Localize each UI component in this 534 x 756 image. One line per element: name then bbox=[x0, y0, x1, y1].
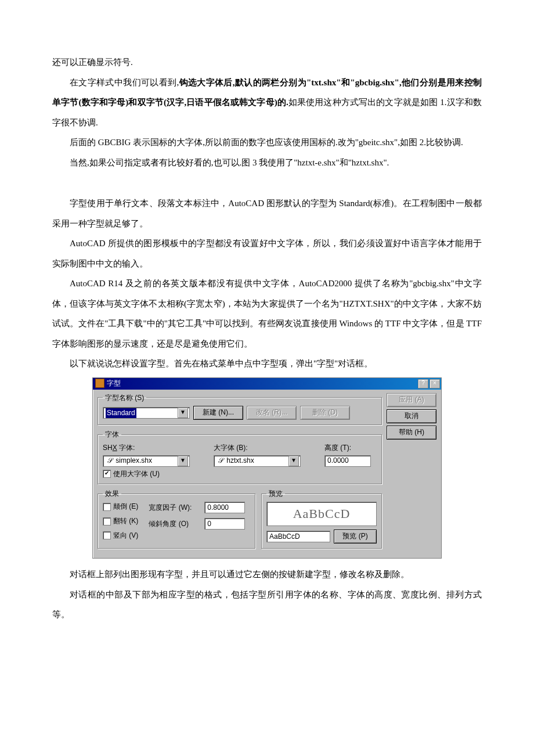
paragraph: 对话框的中部及下部为相应字型的格式，包括字型所引用字体的名称、字体的高度、宽度比… bbox=[52, 585, 482, 625]
font-style-dialog: 字型 ? × 字型名称 (S) Standard ▼ 新建 (N)... bbox=[92, 377, 442, 559]
paragraph: AutoCAD 所提供的图形模板中的字型都没有设置好中文字体，所以，我们必须设置… bbox=[52, 233, 482, 273]
use-big-font-checkbox[interactable]: ✔ 使用大字体 (U) bbox=[103, 469, 205, 479]
width-factor-label: 宽度因子 (W): bbox=[149, 503, 201, 513]
combo-value: Standard bbox=[106, 408, 136, 418]
group-legend: 预览 bbox=[266, 489, 285, 499]
upside-down-checkbox[interactable]: 颠倒 (E) bbox=[103, 502, 138, 512]
group-legend: 效果 bbox=[103, 489, 121, 499]
group-style-name: 字型名称 (S) Standard ▼ 新建 (N)... 改名 (R)... … bbox=[98, 393, 382, 426]
big-font-combo[interactable]: 𝒮 hztxt.shx ▼ bbox=[214, 455, 301, 467]
combo-value: 𝒮 simplex.shx bbox=[106, 456, 152, 466]
app-icon bbox=[95, 379, 104, 388]
oblique-angle-label: 倾斜角度 (O) bbox=[149, 519, 201, 529]
text-run: 在文字样式中我们可以看到, bbox=[70, 78, 179, 87]
close-sysbutton[interactable]: × bbox=[430, 379, 440, 388]
height-input[interactable]: 0.0000 bbox=[324, 455, 371, 467]
new-button[interactable]: 新建 (N)... bbox=[193, 406, 243, 420]
rename-button[interactable]: 改名 (R)... bbox=[247, 406, 297, 420]
checkbox-label: 使用大字体 (U) bbox=[113, 469, 160, 479]
style-name-combo[interactable]: Standard ▼ bbox=[103, 407, 190, 419]
input-value: 0.0000 bbox=[327, 456, 349, 466]
paragraph: 对话框上部列出图形现有字型，并且可以通过它左侧的按键新建字型，修改名称及删除。 bbox=[52, 564, 482, 585]
checkbox-box bbox=[103, 531, 111, 539]
combo-value: 𝒮 hztxt.shx bbox=[217, 456, 254, 466]
apply-button[interactable]: 应用 (A) bbox=[387, 393, 436, 407]
group-font: 字体 SHX 字体: 𝒮 simplex.shx ▼ ✔ bbox=[98, 430, 382, 484]
help-sysbutton[interactable]: ? bbox=[418, 379, 428, 388]
paragraph: 还可以正确显示符号. bbox=[52, 52, 482, 73]
backwards-checkbox[interactable]: 翻转 (K) bbox=[103, 516, 138, 526]
preview-button[interactable]: 预览 (P) bbox=[334, 530, 377, 543]
input-value: 0.8000 bbox=[207, 503, 229, 513]
big-font-label: 大字体 (B): bbox=[214, 443, 316, 453]
paragraph: 当然,如果公司指定或者有比较好看的,也可以.图 3 我使用了"hztxt-e.s… bbox=[52, 153, 482, 173]
input-value: AaBbCcD bbox=[269, 532, 300, 542]
dialog-titlebar[interactable]: 字型 ? × bbox=[93, 378, 441, 390]
group-legend: 字体 bbox=[103, 430, 121, 440]
preview-display: AaBbCcD bbox=[266, 502, 377, 526]
paragraph: AutoCAD R14 及之前的各英文版本都没有提供中文字体，AutoCAD20… bbox=[52, 273, 482, 354]
preview-input[interactable]: AaBbCcD bbox=[266, 531, 330, 542]
help-button[interactable]: 帮助 (H) bbox=[387, 426, 436, 440]
shx-icon: 𝒮 bbox=[217, 456, 225, 466]
chevron-down-icon[interactable]: ▼ bbox=[178, 408, 188, 418]
shx-font-label: SHX 字体: bbox=[103, 443, 205, 453]
group-preview: 预览 AaBbCcD AaBbCcD 预览 (P) bbox=[261, 489, 382, 549]
paragraph: 以下就说说怎样设置字型。首先在格式菜单中点中字型项，弹出"字型"对话框。 bbox=[52, 354, 482, 374]
paragraph: 在文字样式中我们可以看到,钩选大字体后,默认的两栏分别为"txt.shx"和"g… bbox=[52, 73, 482, 133]
input-value: 0 bbox=[207, 519, 211, 529]
group-legend: 字型名称 (S) bbox=[103, 393, 146, 403]
width-factor-input[interactable]: 0.8000 bbox=[204, 502, 245, 513]
cancel-button[interactable]: 取消 bbox=[387, 409, 436, 423]
dialog-title: 字型 bbox=[107, 379, 121, 388]
checkbox-box: ✔ bbox=[103, 470, 111, 478]
checkbox-box bbox=[103, 517, 111, 525]
checkbox-label: 颠倒 (E) bbox=[113, 502, 138, 512]
chevron-down-icon[interactable]: ▼ bbox=[178, 456, 188, 466]
oblique-angle-input[interactable]: 0 bbox=[204, 518, 245, 530]
checkbox-label: 竖向 (V) bbox=[113, 531, 138, 541]
chevron-down-icon[interactable]: ▼ bbox=[288, 456, 299, 466]
shx-font-combo[interactable]: 𝒮 simplex.shx ▼ bbox=[103, 455, 190, 467]
shx-icon: 𝒮 bbox=[106, 456, 114, 466]
checkbox-label: 翻转 (K) bbox=[113, 516, 138, 526]
document-page: 还可以正确显示符号. 在文字样式中我们可以看到,钩选大字体后,默认的两栏分别为"… bbox=[0, 0, 534, 756]
height-label: 高度 (T): bbox=[324, 443, 377, 453]
paragraph: 字型使用于单行文本、段落文本标注中，AutoCAD 图形默认的字型为 Stand… bbox=[52, 193, 482, 233]
group-effects: 效果 颠倒 (E) 翻转 (K) bbox=[98, 489, 255, 549]
delete-button[interactable]: 删除 (D) bbox=[300, 406, 350, 420]
paragraph: 后面的 GBCBIG 表示国标的大字体,所以前面的数字也应该使用国标的.改为"g… bbox=[52, 132, 482, 153]
vertical-checkbox[interactable]: 竖向 (V) bbox=[103, 531, 138, 541]
checkbox-box bbox=[103, 503, 111, 511]
